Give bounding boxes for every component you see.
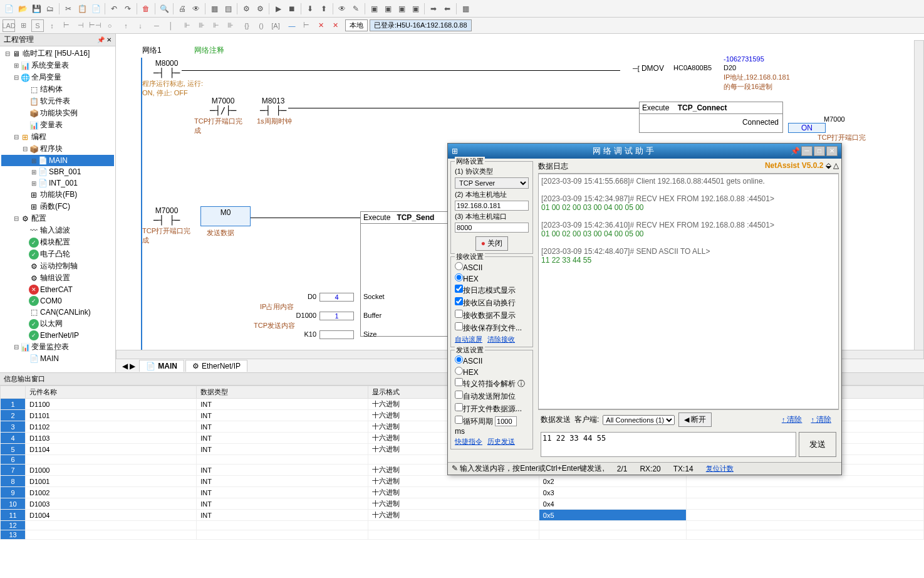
client-select[interactable]: All Connections (1) (603, 415, 675, 425)
branch-icon[interactable]: ⊢ (300, 19, 313, 32)
hline-icon[interactable]: ─ (150, 19, 163, 32)
host-input[interactable] (455, 201, 529, 211)
table-row[interactable]: 13 (1, 530, 924, 540)
netassist-titlebar[interactable]: ⊞ 网络调试助手 📌 ─ □ ✕ (448, 144, 841, 159)
help-icon[interactable]: ▦ (459, 3, 472, 15)
escape-check[interactable]: 转义符指令解析 ⓘ (455, 378, 529, 389)
save-icon[interactable]: 💾 (30, 3, 43, 15)
tree-progblock[interactable]: ⊟📦程序块 (1, 143, 114, 155)
tool2-icon[interactable]: ▣ (382, 3, 394, 15)
close-icon[interactable]: ✕ (826, 146, 838, 156)
falling-icon[interactable]: ↓ (134, 19, 147, 32)
login-icon[interactable]: ➡ (427, 3, 440, 15)
contact-icon[interactable]: ⊢ (60, 19, 73, 32)
contact-m8013[interactable]: M8013─┤ ├─ (260, 97, 286, 115)
tree-sbr[interactable]: ⊞📄SBR_001 (1, 166, 114, 177)
recv-ascii-radio[interactable]: ASCII (455, 262, 529, 272)
upload-icon[interactable]: ⬆ (318, 3, 330, 15)
loop-input[interactable] (495, 416, 517, 426)
tree-com0[interactable]: ✓COM0 (1, 295, 114, 307)
copy-icon[interactable]: 📋 (76, 3, 88, 15)
pin-icon[interactable]: 📌 ✕ (97, 36, 112, 43)
tree-ethercat[interactable]: ✕EtherCAT (1, 284, 114, 295)
contact-m8000[interactable]: M8000─┤ ├─ (153, 59, 180, 78)
redo-icon[interactable]: ↷ (122, 3, 134, 15)
autoappend-check[interactable]: 自动发送附加位 (455, 391, 529, 402)
tree-ecam[interactable]: ✓电子凸轮 (1, 248, 114, 260)
paste-icon[interactable]: 📄 (90, 3, 102, 15)
send-button[interactable]: 发送 (799, 432, 836, 457)
hiderecv-check[interactable]: 接收数据不显示 (455, 310, 529, 321)
col-name[interactable]: 元件名称 (26, 386, 197, 399)
table-row[interactable]: 11D1004INT十六进制0x5 (1, 510, 924, 521)
compile-icon[interactable]: ⚙ (240, 3, 252, 15)
recv-hex-radio[interactable]: HEX (455, 273, 529, 283)
tree-varmon[interactable]: ⊟📊变量监控表 (1, 341, 114, 353)
reset-link[interactable]: 复位计数 (706, 464, 734, 473)
netassist-window[interactable]: ⊞ 网络调试助手 📌 ─ □ ✕ 网络设置 (1) 协议类型 TCP Serve… (447, 143, 842, 475)
fc-icon[interactable]: () (255, 19, 267, 32)
logout-icon[interactable]: ⬅ (441, 3, 454, 15)
contact3-icon[interactable]: ⊢⊣ (89, 19, 101, 32)
tree-motionaxis[interactable]: ⚙运动控制轴 (1, 260, 114, 272)
s-icon[interactable]: S (31, 19, 44, 32)
log-area[interactable]: [2023-03-09 15:41:55.668]# Client 192.16… (538, 174, 839, 409)
arrow-icon[interactable]: ↕ (46, 19, 58, 32)
table-row[interactable]: 10D1003INT十六进制0x4 (1, 498, 924, 510)
tool4-icon[interactable]: ▣ (409, 3, 422, 15)
m0-box[interactable]: M0 (200, 206, 251, 226)
compile-all-icon[interactable]: ⚙ (254, 3, 266, 15)
tree-vartable[interactable]: 📊变量表 (1, 119, 114, 131)
pulse3-icon[interactable]: ⊩ (210, 19, 222, 32)
del-icon[interactable]: ✕ (329, 19, 341, 32)
openfile-check[interactable]: 打开文件数据源... (455, 403, 529, 414)
fb-tcp-connect[interactable]: Execute TCP_Connect Connected (639, 102, 783, 133)
table-row[interactable]: 8D1001INT十六进制0x2 (1, 476, 924, 487)
close-button[interactable]: ● 关闭 (475, 236, 508, 251)
tree-root[interactable]: ⊟🖥临时工程 [H5U-A16] (1, 48, 114, 60)
send-hex-radio[interactable]: HEX (455, 367, 529, 377)
tab-main[interactable]: 📄MAIN (139, 360, 184, 372)
tree-struct[interactable]: ⬚结构体 (1, 83, 114, 95)
tree-axiscfg[interactable]: ⚙轴组设置 (1, 272, 114, 284)
coil-icon[interactable]: ○ (103, 19, 116, 32)
shortcut-link[interactable]: 快捷指令 (455, 438, 482, 445)
monitor-icon[interactable]: 👁 (336, 3, 348, 15)
tree-main[interactable]: ⊞📄MAIN (1, 155, 114, 166)
clear-link-2[interactable]: ↑ 清除 (811, 414, 831, 425)
na-pin-icon[interactable]: 📌 (791, 147, 800, 155)
vline-icon[interactable]: │ (165, 19, 177, 32)
proto-select[interactable]: TCP Server (455, 177, 529, 189)
tool1-icon[interactable]: ▣ (368, 3, 380, 15)
pulse2-icon[interactable]: ⊪ (195, 19, 208, 32)
tab-enip[interactable]: ⚙EtherNet/IP (185, 360, 247, 372)
cut-icon[interactable]: ✂ (62, 3, 75, 15)
stop-icon[interactable]: ⏹ (286, 3, 298, 15)
contact2-icon[interactable]: ⊣ (75, 19, 87, 32)
maximize-icon[interactable]: □ (814, 146, 825, 156)
tree-int[interactable]: ⊞📄INT_001 (1, 177, 114, 189)
table-row[interactable]: 9D1002INT十六进制0x3 (1, 487, 924, 498)
print-icon[interactable]: 🖨 (176, 3, 189, 15)
tree-modulecfg[interactable]: ✓模块配置 (1, 236, 114, 248)
undo-icon[interactable]: ↶ (108, 3, 120, 15)
new-icon[interactable]: 📄 (3, 3, 15, 15)
download-icon[interactable]: ⬇ (304, 3, 316, 15)
line-icon[interactable]: — (286, 19, 298, 32)
tree-fc[interactable]: ⊞函数(FC) (1, 201, 114, 213)
pulse1-icon[interactable]: ⊩ (181, 19, 194, 32)
not-icon[interactable]: ✕ (314, 19, 327, 32)
tree-sysvar[interactable]: ⊞📊系统变量表 (1, 60, 114, 71)
grid1-icon[interactable]: ▦ (208, 3, 221, 15)
tree-fb[interactable]: ⊞功能块(FB) (1, 189, 114, 201)
tree-program[interactable]: ⊟⊞编程 (1, 131, 114, 143)
contact-m7000-2[interactable]: M7000─┤ ├─ (153, 206, 180, 225)
tree-main2[interactable]: 📄MAIN (1, 353, 114, 364)
history-link[interactable]: 历史发送 (487, 438, 515, 445)
saveall-icon[interactable]: 🗂 (44, 3, 56, 15)
loop-check[interactable]: 循环周期 ms (455, 416, 529, 436)
tree-inputfilter[interactable]: 〰输入滤波 (1, 224, 114, 236)
tree-ethernet[interactable]: ✓以太网 (1, 318, 114, 330)
autowrap-check[interactable]: 接收区自动换行 (455, 297, 529, 308)
disconnect-button[interactable]: ◀ 断开 (678, 412, 712, 427)
